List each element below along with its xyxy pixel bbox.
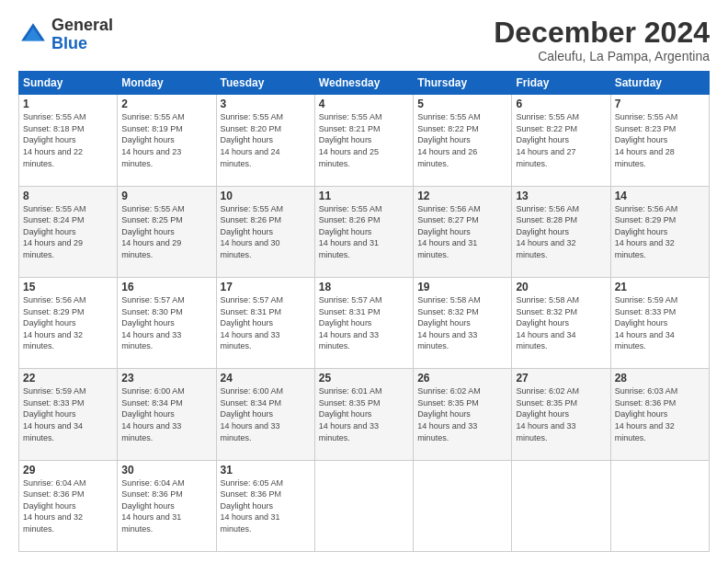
table-row: 1 Sunrise: 5:55 AMSunset: 8:18 PMDayligh… [19,95,118,186]
col-friday: Friday [512,72,610,95]
day-number: 24 [221,372,311,385]
day-info: Sunrise: 6:05 AMSunset: 8:36 PMDaylight … [221,478,284,534]
day-info: Sunrise: 5:55 AMSunset: 8:26 PMDaylight … [221,204,284,259]
table-row: 7 Sunrise: 5:55 AMSunset: 8:23 PMDayligh… [610,95,709,186]
col-thursday: Thursday [414,72,512,95]
table-row: 14 Sunrise: 5:56 AMSunset: 8:29 PMDaylig… [610,186,709,277]
calendar-row: 1 Sunrise: 5:55 AMSunset: 8:18 PMDayligh… [19,95,710,186]
day-number: 16 [121,281,211,293]
day-number: 28 [615,372,705,385]
table-row: 27 Sunrise: 6:02 AMSunset: 8:35 PMDaylig… [512,369,610,460]
col-saturday: Saturday [610,72,709,95]
day-number: 15 [23,281,113,293]
day-number: 26 [417,372,507,385]
day-number: 9 [121,190,211,202]
day-number: 3 [221,98,311,110]
table-row [314,460,413,551]
table-row: 13 Sunrise: 5:56 AMSunset: 8:28 PMDaylig… [512,186,610,277]
table-row: 16 Sunrise: 5:57 AMSunset: 8:30 PMDaylig… [118,277,216,368]
day-number: 7 [615,98,705,110]
table-row: 25 Sunrise: 6:01 AMSunset: 8:35 PMDaylig… [314,369,413,460]
calendar-header-row: Sunday Monday Tuesday Wednesday Thursday… [19,72,710,95]
day-info: Sunrise: 5:57 AMSunset: 8:31 PMDaylight … [221,295,284,350]
day-info: Sunrise: 5:55 AMSunset: 8:24 PMDaylight … [23,204,86,259]
day-info: Sunrise: 6:04 AMSunset: 8:36 PMDaylight … [121,478,185,534]
day-number: 13 [516,190,606,202]
calendar-row: 15 Sunrise: 5:56 AMSunset: 8:29 PMDaylig… [19,277,710,368]
table-row: 10 Sunrise: 5:55 AMSunset: 8:26 PMDaylig… [216,186,314,277]
day-number: 6 [516,98,606,110]
day-info: Sunrise: 5:55 AMSunset: 8:20 PMDaylight … [221,112,284,167]
day-info: Sunrise: 5:56 AMSunset: 8:29 PMDaylight … [615,204,678,259]
table-row: 30 Sunrise: 6:04 AMSunset: 8:36 PMDaylig… [118,460,216,551]
table-row: 15 Sunrise: 5:56 AMSunset: 8:29 PMDaylig… [19,277,118,368]
day-number: 4 [319,98,409,110]
page-header: General Blue December 2024 Caleufu, La P… [18,17,710,63]
logo-text: General Blue [51,17,113,53]
day-info: Sunrise: 6:00 AMSunset: 8:34 PMDaylight … [221,386,284,442]
day-info: Sunrise: 6:03 AMSunset: 8:36 PMDaylight … [615,386,678,442]
col-wednesday: Wednesday [314,72,413,95]
table-row: 21 Sunrise: 5:59 AMSunset: 8:33 PMDaylig… [610,277,709,368]
table-row: 6 Sunrise: 5:55 AMSunset: 8:22 PMDayligh… [512,95,610,186]
day-number: 20 [516,281,606,293]
day-number: 12 [417,190,507,202]
day-info: Sunrise: 6:02 AMSunset: 8:35 PMDaylight … [516,386,579,442]
col-monday: Monday [118,72,216,95]
day-number: 18 [319,281,409,293]
table-row: 20 Sunrise: 5:58 AMSunset: 8:32 PMDaylig… [512,277,610,368]
table-row: 24 Sunrise: 6:00 AMSunset: 8:34 PMDaylig… [216,369,314,460]
table-row [512,460,610,551]
table-row: 19 Sunrise: 5:58 AMSunset: 8:32 PMDaylig… [414,277,512,368]
day-number: 30 [121,464,211,477]
location: Caleufu, La Pampa, Argentina [494,49,710,63]
day-info: Sunrise: 5:56 AMSunset: 8:27 PMDaylight … [417,204,481,259]
day-number: 10 [221,190,311,202]
logo-icon [18,20,48,50]
title-block: December 2024 Caleufu, La Pampa, Argenti… [494,17,710,63]
day-info: Sunrise: 5:55 AMSunset: 8:26 PMDaylight … [319,204,382,259]
calendar-row: 8 Sunrise: 5:55 AMSunset: 8:24 PMDayligh… [19,186,710,277]
day-number: 21 [615,281,705,293]
table-row: 29 Sunrise: 6:04 AMSunset: 8:36 PMDaylig… [19,460,118,551]
day-info: Sunrise: 5:56 AMSunset: 8:28 PMDaylight … [516,204,579,259]
day-info: Sunrise: 6:04 AMSunset: 8:36 PMDaylight … [23,478,86,534]
table-row: 8 Sunrise: 5:55 AMSunset: 8:24 PMDayligh… [19,186,118,277]
table-row: 23 Sunrise: 6:00 AMSunset: 8:34 PMDaylig… [118,369,216,460]
table-row [610,460,709,551]
day-number: 8 [23,190,113,202]
day-number: 27 [516,372,606,385]
day-info: Sunrise: 5:55 AMSunset: 8:23 PMDaylight … [615,112,678,167]
month-title: December 2024 [494,17,710,49]
day-number: 19 [417,281,507,293]
day-info: Sunrise: 6:02 AMSunset: 8:35 PMDaylight … [417,386,481,442]
day-number: 31 [221,464,311,477]
day-info: Sunrise: 5:58 AMSunset: 8:32 PMDaylight … [516,295,579,350]
day-info: Sunrise: 5:56 AMSunset: 8:29 PMDaylight … [23,295,86,350]
day-info: Sunrise: 5:55 AMSunset: 8:25 PMDaylight … [121,204,185,259]
day-info: Sunrise: 5:55 AMSunset: 8:18 PMDaylight … [23,112,86,167]
table-row: 5 Sunrise: 5:55 AMSunset: 8:22 PMDayligh… [414,95,512,186]
day-info: Sunrise: 5:59 AMSunset: 8:33 PMDaylight … [615,295,678,350]
day-info: Sunrise: 5:55 AMSunset: 8:21 PMDaylight … [319,112,382,167]
table-row: 9 Sunrise: 5:55 AMSunset: 8:25 PMDayligh… [118,186,216,277]
day-number: 29 [23,464,113,477]
table-row: 18 Sunrise: 5:57 AMSunset: 8:31 PMDaylig… [314,277,413,368]
logo-general: General [51,16,113,34]
table-row: 31 Sunrise: 6:05 AMSunset: 8:36 PMDaylig… [216,460,314,551]
calendar-page: General Blue December 2024 Caleufu, La P… [0,0,728,563]
table-row: 4 Sunrise: 5:55 AMSunset: 8:21 PMDayligh… [314,95,413,186]
day-number: 1 [23,98,113,110]
table-row: 17 Sunrise: 5:57 AMSunset: 8:31 PMDaylig… [216,277,314,368]
day-number: 23 [121,372,211,385]
table-row: 28 Sunrise: 6:03 AMSunset: 8:36 PMDaylig… [610,369,709,460]
day-number: 14 [615,190,705,202]
day-number: 5 [417,98,507,110]
day-info: Sunrise: 5:55 AMSunset: 8:22 PMDaylight … [516,112,579,167]
calendar-row: 22 Sunrise: 5:59 AMSunset: 8:33 PMDaylig… [19,369,710,460]
day-info: Sunrise: 5:58 AMSunset: 8:32 PMDaylight … [417,295,481,350]
day-number: 22 [23,372,113,385]
col-tuesday: Tuesday [216,72,314,95]
logo-blue: Blue [51,34,87,52]
table-row: 3 Sunrise: 5:55 AMSunset: 8:20 PMDayligh… [216,95,314,186]
